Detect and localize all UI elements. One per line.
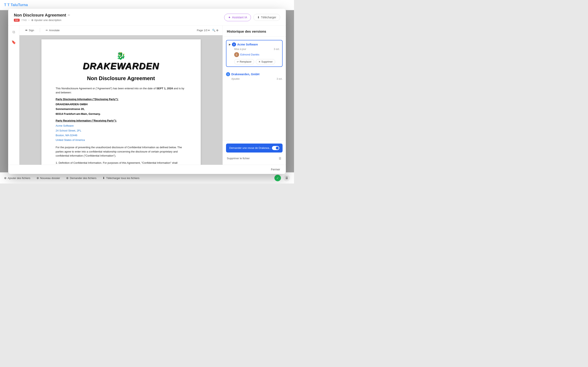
modal-header-actions: ✦ Assistant IA ⬇ Télécharger	[224, 14, 280, 21]
doc-title: Non Disclosure Agreement	[56, 75, 186, 82]
pdf-badge: PDF	[14, 19, 20, 22]
right-panel: Historique des versions ▶ 2 Acme Softwar…	[223, 25, 286, 165]
replace-icon: ↩	[237, 60, 239, 63]
download-button[interactable]: ⬇ Télécharger	[253, 14, 280, 21]
download-cloud-icon: ⬇	[257, 16, 260, 19]
ai-assistant-button[interactable]: ✦ Assistant IA	[224, 14, 251, 21]
doc-para-2: 1. Definition of Confidential Informatio…	[56, 161, 186, 165]
download-all-btn[interactable]: ⬇ Télécharger tous les fichiers	[103, 176, 139, 180]
request-review-button[interactable]: Demander une revue de Drakewa...	[226, 143, 283, 152]
file-size: 77KB	[21, 19, 27, 21]
version-2-chevron[interactable]: ▶	[229, 43, 231, 46]
version-2-header: ▶ 2 Acme Software	[229, 42, 280, 47]
version-item-2: ▶ 2 Acme Software Mise à jour 3 oct. E E…	[226, 40, 283, 67]
version-2-user: E Edmond Dantès	[229, 52, 280, 57]
version-2-actions: ↩ Remplacer ✕ Supprimer	[229, 59, 280, 64]
version-1-name[interactable]: Drakewarden, GmbH	[231, 73, 259, 76]
sign-icon: ✒	[25, 28, 28, 32]
sign-button[interactable]: ✒ Sign	[24, 27, 36, 33]
add-description-btn[interactable]: ⊕ Ajouter une description	[31, 18, 61, 22]
download-icon: ⬇	[103, 176, 105, 180]
doc-viewer: ✒ Sign ✏ Annotate Page 1/3 ▾ 🔍 ⊕	[19, 25, 223, 165]
list-icon[interactable]: ☰	[283, 175, 290, 181]
delete-file-button[interactable]: Supprimer le fichier 🗑	[226, 155, 283, 162]
modal-body: ⧉ 🔖 ✒ Sign ✏ Annotate Pag	[8, 25, 286, 165]
dragon-icon: 🐉	[116, 52, 126, 60]
right-panel-header: Historique des versions	[223, 25, 286, 37]
check-icon[interactable]: ✓	[274, 175, 281, 181]
chevron-down-icon[interactable]: ▾	[208, 29, 210, 32]
version-2-name[interactable]: Acme Software	[237, 43, 258, 46]
version-1-header: 1 Drakewarden, GmbH	[226, 72, 283, 76]
replace-button[interactable]: ↩ Remplacer	[234, 59, 254, 64]
app-logo: T T TaluTurna	[4, 3, 28, 7]
request-files-btn[interactable]: ⊕ Demander des fichiers	[66, 176, 96, 180]
copy-icon[interactable]: ⧉	[11, 29, 16, 35]
doc-toolbar: ✒ Sign ✏ Annotate Page 1/3 ▾ 🔍 ⊕	[19, 25, 223, 35]
modal-overlay: Non Disclosure Agreement ✏ PDF 77KB • ⊕ …	[0, 10, 294, 172]
review-toggle[interactable]	[272, 146, 279, 150]
add-desc-icon: ⊕	[31, 18, 34, 22]
right-panel-footer: Demander une revue de Drakewa... Supprim…	[223, 141, 286, 165]
version-2-badge: 2	[232, 42, 236, 47]
stars-icon: ✦	[228, 16, 231, 19]
right-panel-body: ▶ 2 Acme Software Mise à jour 3 oct. E E…	[223, 37, 286, 141]
modal-close-row: Fermer	[8, 165, 286, 174]
version-2-meta: Mise à jour 3 oct.	[229, 48, 280, 50]
trash-icon: 🗑	[278, 157, 282, 160]
receiving-party: Acme Software 24 School Street, 2FL Bost…	[56, 123, 186, 142]
close-icon: ✕	[259, 60, 260, 63]
doc-logo-text: DRAKEWARDEN	[83, 61, 159, 71]
doc-logo-area: 🐉 DRAKEWARDEN	[56, 52, 186, 71]
annotate-button[interactable]: ✏ Annotate	[44, 28, 61, 33]
right-panel-title: Historique des versions	[227, 30, 282, 34]
disclosing-label: Party Disclosing Information ("Disclosin…	[56, 98, 186, 101]
receiving-label: Party Receiving Information ("Receiving …	[56, 119, 186, 122]
plus-icon: ⊕	[4, 176, 7, 180]
modal-header-left: Non Disclosure Agreement ✏ PDF 77KB • ⊕ …	[14, 13, 224, 22]
close-button[interactable]: Fermer	[269, 167, 282, 172]
zoom-in-icon[interactable]: ⊕	[216, 29, 218, 32]
modal-title: Non Disclosure Agreement	[14, 13, 66, 17]
page-nav: Page 1/3 ▾ 🔍 ⊕	[197, 29, 218, 32]
doc-page: 🐉 DRAKEWARDEN Non Disclosure Agreement T…	[42, 39, 201, 165]
doc-content: 🐉 DRAKEWARDEN Non Disclosure Agreement T…	[19, 35, 223, 165]
disclosing-party: DRAKEWAARDEN GMBH Sonnemannstrasse 20, 6…	[56, 102, 186, 116]
doc-para-1: For the purpose of preventing the unauth…	[56, 145, 186, 158]
delete-version-button[interactable]: ✕ Supprimer	[256, 59, 275, 64]
user-avatar: E	[234, 52, 239, 57]
new-folder-btn[interactable]: ⊕ Nouveau dossier	[36, 176, 60, 180]
modal-header: Non Disclosure Agreement ✏ PDF 77KB • ⊕ …	[8, 9, 286, 25]
modal-dialog: Non Disclosure Agreement ✏ PDF 77KB • ⊕ …	[8, 9, 286, 174]
doc-intro: This Nondisclosure Agreement or ("Agreem…	[56, 86, 186, 95]
edit-title-icon[interactable]: ✏	[68, 13, 70, 17]
doc-sidebar: ⧉ 🔖	[8, 25, 19, 165]
plus-icon-3: ⊕	[66, 176, 69, 180]
bottom-bar: ⊕ Ajouter des fichiers ⊕ Nouveau dossier…	[0, 172, 294, 184]
plus-icon-2: ⊕	[36, 176, 39, 180]
version-item-1: 1 Drakewarden, GmbH Ajoutée 3 oct.	[226, 70, 283, 84]
bookmark-icon[interactable]: 🔖	[10, 39, 17, 46]
version-1-meta: Ajoutée 3 oct.	[226, 77, 283, 80]
version-1-badge: 1	[226, 72, 230, 76]
zoom-out-icon[interactable]: 🔍	[212, 29, 215, 32]
pencil-icon: ✏	[46, 29, 48, 32]
user-name: Edmond Dantès	[240, 53, 259, 56]
add-files-btn[interactable]: ⊕ Ajouter des fichiers	[4, 176, 30, 180]
